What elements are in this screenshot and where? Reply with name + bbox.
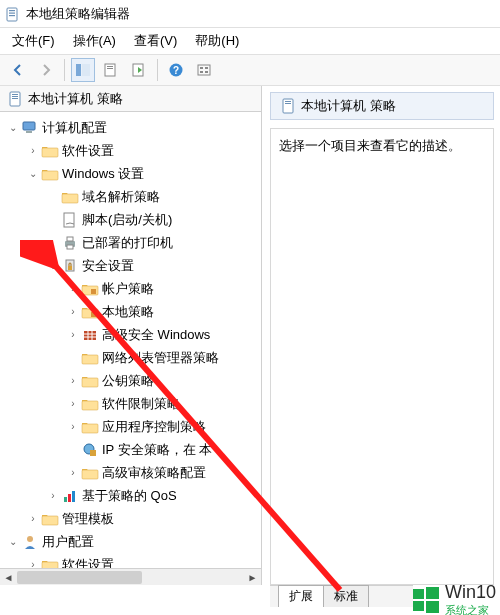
scroll-right-icon[interactable]: ► xyxy=(244,569,261,586)
script-icon xyxy=(61,212,79,228)
svg-rect-19 xyxy=(12,96,18,97)
expand-icon[interactable]: › xyxy=(66,397,80,411)
svg-rect-57 xyxy=(285,103,291,104)
expand-icon[interactable]: › xyxy=(26,144,40,158)
menu-bar: 文件(F) 操作(A) 查看(V) 帮助(H) xyxy=(0,28,500,54)
svg-rect-61 xyxy=(426,601,439,613)
tree-label: 帐户策略 xyxy=(102,280,154,298)
collapse-icon[interactable]: ⌄ xyxy=(26,167,40,181)
tree-label: 本地策略 xyxy=(102,303,154,321)
tree-node-dns-policy[interactable]: › 域名解析策略 xyxy=(4,185,261,208)
expand-icon[interactable]: › xyxy=(66,282,80,296)
svg-rect-4 xyxy=(76,64,81,76)
svg-rect-49 xyxy=(68,494,71,502)
tree-node-account-policy[interactable]: › 帐户策略 xyxy=(4,277,261,300)
tree-header[interactable]: 本地计算机 策略 xyxy=(0,86,261,112)
collapse-icon[interactable]: ⌄ xyxy=(46,259,60,273)
tree-node-software-restrict[interactable]: › 软件限制策略 xyxy=(4,392,261,415)
tree-node-app-control[interactable]: › 应用程序控制策略 xyxy=(4,415,261,438)
filter-button[interactable] xyxy=(192,58,216,82)
svg-rect-29 xyxy=(67,245,73,249)
svg-rect-20 xyxy=(12,98,18,99)
tree-node-security-settings[interactable]: ⌄ 安全设置 xyxy=(4,254,261,277)
show-tree-button[interactable] xyxy=(71,58,95,82)
detail-pane: 本地计算机 策略 选择一个项目来查看它的描述。 xyxy=(262,86,500,585)
expand-icon[interactable]: › xyxy=(26,512,40,526)
svg-rect-6 xyxy=(105,64,115,76)
tree-node-policy-qos[interactable]: › 基于策略的 QoS xyxy=(4,484,261,507)
tree-label: 安全设置 xyxy=(82,257,134,275)
tree-label: 已部署的打印机 xyxy=(82,234,173,252)
svg-rect-42 xyxy=(82,378,98,387)
tree-node-scripts[interactable]: › 脚本(启动/关机) xyxy=(4,208,261,231)
tree-node-deployed-printers[interactable]: › 已部署的打印机 xyxy=(4,231,261,254)
tree-node-advanced-audit[interactable]: › 高级审核策略配置 xyxy=(4,461,261,484)
tree-node-ip-security[interactable]: › IP 安全策略，在 本 xyxy=(4,438,261,461)
tree-node-public-key[interactable]: › 公钥策略 xyxy=(4,369,261,392)
expand-icon[interactable]: › xyxy=(66,328,80,342)
svg-rect-25 xyxy=(62,194,78,203)
collapse-icon[interactable]: ⌄ xyxy=(6,121,20,135)
tree-node-advanced-windows[interactable]: › 高级安全 Windows xyxy=(4,323,261,346)
tab-standard[interactable]: 标准 xyxy=(323,585,369,607)
expand-icon[interactable]: › xyxy=(66,420,80,434)
windows-logo-icon xyxy=(413,587,439,613)
scroll-thumb[interactable] xyxy=(17,571,142,584)
expand-icon[interactable]: › xyxy=(66,374,80,388)
svg-rect-35 xyxy=(91,312,96,317)
svg-rect-58 xyxy=(413,589,424,599)
tree-label: 脚本(启动/关机) xyxy=(82,211,172,229)
expand-icon[interactable]: › xyxy=(66,466,80,480)
tree-node-software-settings[interactable]: › 软件设置 xyxy=(4,139,261,162)
export-button[interactable] xyxy=(127,58,151,82)
svg-rect-0 xyxy=(7,8,17,21)
menu-help[interactable]: 帮助(H) xyxy=(191,30,243,52)
toolbar-separator xyxy=(64,59,65,81)
folder-icon xyxy=(41,143,59,159)
folder-icon xyxy=(81,350,99,366)
properties-button[interactable] xyxy=(99,58,123,82)
svg-rect-36 xyxy=(84,331,96,340)
folder-icon xyxy=(41,166,59,182)
svg-rect-24 xyxy=(42,171,58,180)
collapse-icon[interactable]: ⌄ xyxy=(6,535,20,549)
user-icon xyxy=(21,534,39,550)
tree-label: 高级安全 Windows xyxy=(102,326,210,344)
footer-text-block: Win10 系统之家 xyxy=(445,582,496,615)
menu-view[interactable]: 查看(V) xyxy=(130,30,181,52)
tree-label: 网络列表管理器策略 xyxy=(102,349,219,367)
forward-button[interactable] xyxy=(34,58,58,82)
svg-rect-5 xyxy=(82,64,90,76)
tree-label: 高级审核策略配置 xyxy=(102,464,206,482)
svg-rect-16 xyxy=(205,71,208,73)
folder-lock-icon xyxy=(81,304,99,320)
help-button[interactable]: ? xyxy=(164,58,188,82)
tree-node-windows-settings[interactable]: ⌄ Windows 设置 xyxy=(4,162,261,185)
tree-node-computer-config[interactable]: ⌄ 计算机配置 xyxy=(4,116,261,139)
expand-icon[interactable]: › xyxy=(46,489,60,503)
tree-node-network-list[interactable]: › 网络列表管理器策略 xyxy=(4,346,261,369)
folder-icon xyxy=(81,373,99,389)
tree-pane: 本地计算机 策略 ⌄ 计算机配置 › 软件设置 ⌄ Windows 设置 › xyxy=(0,86,262,585)
document-icon xyxy=(280,98,298,114)
svg-rect-8 xyxy=(107,68,113,69)
folder-icon xyxy=(81,419,99,435)
menu-file[interactable]: 文件(F) xyxy=(8,30,59,52)
firewall-icon xyxy=(81,327,99,343)
horizontal-scrollbar[interactable]: ◄ ► xyxy=(0,568,261,585)
qos-icon xyxy=(61,488,79,504)
tab-extended[interactable]: 扩展 xyxy=(278,585,324,607)
footer-brand-text: Win10 xyxy=(445,582,496,603)
tree-label: Windows 设置 xyxy=(62,165,144,183)
back-button[interactable] xyxy=(6,58,30,82)
toolbar: ? xyxy=(0,54,500,86)
expand-icon[interactable]: › xyxy=(66,305,80,319)
scroll-track[interactable] xyxy=(17,569,244,586)
tree-node-local-policy[interactable]: › 本地策略 xyxy=(4,300,261,323)
tree-node-admin-templates[interactable]: › 管理模板 xyxy=(4,507,261,530)
svg-rect-26 xyxy=(64,213,74,227)
tree-node-user-config[interactable]: ⌄ 用户配置 xyxy=(4,530,261,553)
scroll-left-icon[interactable]: ◄ xyxy=(0,569,17,586)
menu-action[interactable]: 操作(A) xyxy=(69,30,120,52)
svg-rect-60 xyxy=(413,601,424,611)
